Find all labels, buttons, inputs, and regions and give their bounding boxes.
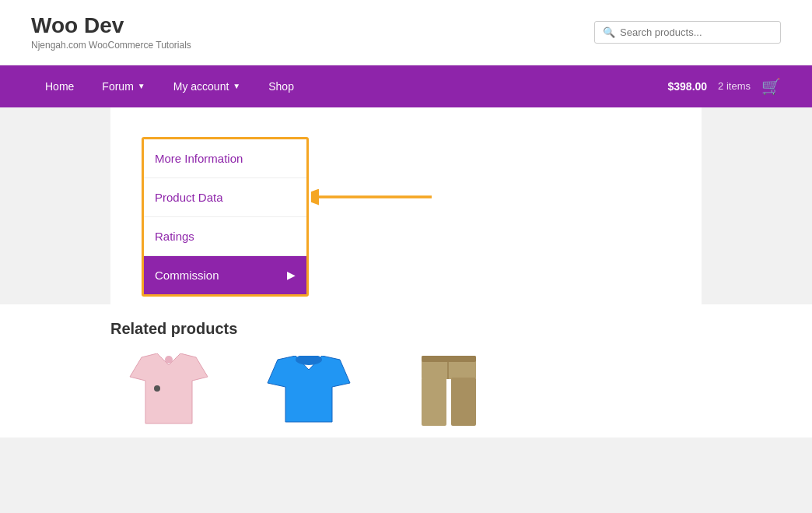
site-title: Woo Dev (31, 14, 191, 38)
product-image-1 (110, 352, 227, 430)
content-area: More Information Product Data Ratings Co… (110, 107, 702, 304)
site-branding: Woo Dev Njengah.com WooCommerce Tutorial… (31, 14, 191, 51)
nav-item-myaccount[interactable]: My account ▼ (159, 65, 255, 107)
cart-price: $398.00 (667, 80, 707, 93)
site-nav: Home Forum ▼ My account ▼ Shop $398.00 2… (0, 65, 812, 107)
sidebar-and-arrow-wrapper: More Information Product Data Ratings Co… (142, 129, 309, 297)
product-image-2 (250, 352, 367, 430)
related-products-title: Related products (110, 320, 702, 338)
search-icon: 🔍 (603, 26, 615, 38)
tab-product-data[interactable]: Product Data (144, 178, 306, 217)
forum-dropdown-icon: ▼ (138, 82, 145, 90)
svg-rect-8 (422, 378, 446, 426)
nav-item-shop[interactable]: Shop (254, 65, 308, 107)
svg-marker-5 (268, 356, 350, 422)
products-grid (110, 352, 702, 430)
related-products-section: Related products (0, 304, 812, 437)
product-card-1[interactable] (110, 352, 235, 430)
product-card-2[interactable] (250, 352, 375, 430)
tab-commission[interactable]: Commission ▶ (144, 256, 306, 294)
nav-left: Home Forum ▼ My account ▼ Shop (31, 65, 308, 107)
nav-item-home[interactable]: Home (31, 65, 88, 107)
svg-rect-9 (451, 378, 476, 426)
product-image-3 (390, 352, 507, 430)
svg-point-4 (154, 385, 160, 392)
svg-point-3 (165, 356, 173, 364)
product-card-3[interactable] (390, 352, 515, 430)
tab-more-information[interactable]: More Information (144, 139, 306, 178)
search-box[interactable]: 🔍 (594, 21, 781, 44)
arrow-annotation (311, 185, 436, 209)
nav-item-forum[interactable]: Forum ▼ (88, 65, 159, 107)
search-input[interactable] (620, 26, 772, 38)
site-header: Woo Dev Njengah.com WooCommerce Tutorial… (0, 0, 812, 65)
commission-chevron-icon: ▶ (287, 269, 296, 281)
product-tabs-panel: More Information Product Data Ratings Co… (142, 137, 309, 297)
cart-icon[interactable]: 🛒 (761, 77, 781, 96)
site-tagline: Njengah.com WooCommerce Tutorials (31, 40, 191, 51)
myaccount-dropdown-icon: ▼ (233, 82, 240, 90)
cart-items-count: 2 items (718, 80, 751, 92)
tab-ratings[interactable]: Ratings (144, 217, 306, 256)
svg-rect-11 (422, 356, 476, 362)
page-wrapper: More Information Product Data Ratings Co… (0, 107, 812, 437)
svg-marker-2 (130, 353, 208, 423)
nav-right: $398.00 2 items 🛒 (667, 77, 781, 96)
